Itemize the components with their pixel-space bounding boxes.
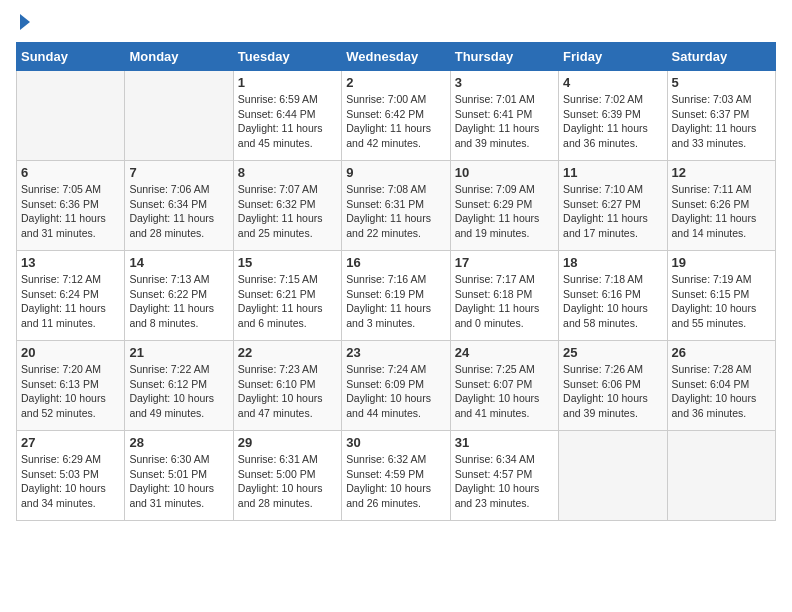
calendar-week-row: 20Sunrise: 7:20 AM Sunset: 6:13 PM Dayli…: [17, 341, 776, 431]
calendar-cell: 2Sunrise: 7:00 AM Sunset: 6:42 PM Daylig…: [342, 71, 450, 161]
cell-info: Sunrise: 7:16 AM Sunset: 6:19 PM Dayligh…: [346, 272, 445, 331]
calendar-cell: 16Sunrise: 7:16 AM Sunset: 6:19 PM Dayli…: [342, 251, 450, 341]
cell-info: Sunrise: 7:10 AM Sunset: 6:27 PM Dayligh…: [563, 182, 662, 241]
calendar-cell: 5Sunrise: 7:03 AM Sunset: 6:37 PM Daylig…: [667, 71, 775, 161]
calendar-cell: 10Sunrise: 7:09 AM Sunset: 6:29 PM Dayli…: [450, 161, 558, 251]
calendar-cell: 12Sunrise: 7:11 AM Sunset: 6:26 PM Dayli…: [667, 161, 775, 251]
day-number: 17: [455, 255, 554, 270]
cell-info: Sunrise: 7:17 AM Sunset: 6:18 PM Dayligh…: [455, 272, 554, 331]
cell-info: Sunrise: 7:08 AM Sunset: 6:31 PM Dayligh…: [346, 182, 445, 241]
cell-info: Sunrise: 6:34 AM Sunset: 4:57 PM Dayligh…: [455, 452, 554, 511]
cell-info: Sunrise: 7:13 AM Sunset: 6:22 PM Dayligh…: [129, 272, 228, 331]
cell-info: Sunrise: 7:11 AM Sunset: 6:26 PM Dayligh…: [672, 182, 771, 241]
day-number: 29: [238, 435, 337, 450]
cell-info: Sunrise: 7:19 AM Sunset: 6:15 PM Dayligh…: [672, 272, 771, 331]
day-number: 2: [346, 75, 445, 90]
calendar-cell: [17, 71, 125, 161]
day-number: 4: [563, 75, 662, 90]
day-number: 3: [455, 75, 554, 90]
cell-info: Sunrise: 7:20 AM Sunset: 6:13 PM Dayligh…: [21, 362, 120, 421]
calendar-cell: 24Sunrise: 7:25 AM Sunset: 6:07 PM Dayli…: [450, 341, 558, 431]
weekday-header-cell: Tuesday: [233, 43, 341, 71]
cell-info: Sunrise: 6:32 AM Sunset: 4:59 PM Dayligh…: [346, 452, 445, 511]
cell-info: Sunrise: 7:03 AM Sunset: 6:37 PM Dayligh…: [672, 92, 771, 151]
cell-info: Sunrise: 7:22 AM Sunset: 6:12 PM Dayligh…: [129, 362, 228, 421]
calendar-cell: 22Sunrise: 7:23 AM Sunset: 6:10 PM Dayli…: [233, 341, 341, 431]
calendar-cell: [667, 431, 775, 521]
day-number: 6: [21, 165, 120, 180]
calendar-cell: 26Sunrise: 7:28 AM Sunset: 6:04 PM Dayli…: [667, 341, 775, 431]
cell-info: Sunrise: 6:31 AM Sunset: 5:00 PM Dayligh…: [238, 452, 337, 511]
calendar-cell: 6Sunrise: 7:05 AM Sunset: 6:36 PM Daylig…: [17, 161, 125, 251]
day-number: 10: [455, 165, 554, 180]
calendar-table: SundayMondayTuesdayWednesdayThursdayFrid…: [16, 42, 776, 521]
cell-info: Sunrise: 7:26 AM Sunset: 6:06 PM Dayligh…: [563, 362, 662, 421]
weekday-header-cell: Monday: [125, 43, 233, 71]
cell-info: Sunrise: 7:05 AM Sunset: 6:36 PM Dayligh…: [21, 182, 120, 241]
day-number: 1: [238, 75, 337, 90]
day-number: 7: [129, 165, 228, 180]
calendar-cell: 15Sunrise: 7:15 AM Sunset: 6:21 PM Dayli…: [233, 251, 341, 341]
calendar-cell: 8Sunrise: 7:07 AM Sunset: 6:32 PM Daylig…: [233, 161, 341, 251]
cell-info: Sunrise: 7:23 AM Sunset: 6:10 PM Dayligh…: [238, 362, 337, 421]
calendar-cell: 13Sunrise: 7:12 AM Sunset: 6:24 PM Dayli…: [17, 251, 125, 341]
calendar-body: 1Sunrise: 6:59 AM Sunset: 6:44 PM Daylig…: [17, 71, 776, 521]
calendar-cell: 23Sunrise: 7:24 AM Sunset: 6:09 PM Dayli…: [342, 341, 450, 431]
day-number: 20: [21, 345, 120, 360]
cell-info: Sunrise: 6:59 AM Sunset: 6:44 PM Dayligh…: [238, 92, 337, 151]
weekday-header-cell: Wednesday: [342, 43, 450, 71]
calendar-cell: 30Sunrise: 6:32 AM Sunset: 4:59 PM Dayli…: [342, 431, 450, 521]
cell-info: Sunrise: 6:30 AM Sunset: 5:01 PM Dayligh…: [129, 452, 228, 511]
calendar-week-row: 1Sunrise: 6:59 AM Sunset: 6:44 PM Daylig…: [17, 71, 776, 161]
cell-info: Sunrise: 7:25 AM Sunset: 6:07 PM Dayligh…: [455, 362, 554, 421]
day-number: 27: [21, 435, 120, 450]
cell-info: Sunrise: 7:28 AM Sunset: 6:04 PM Dayligh…: [672, 362, 771, 421]
day-number: 22: [238, 345, 337, 360]
calendar-cell: 21Sunrise: 7:22 AM Sunset: 6:12 PM Dayli…: [125, 341, 233, 431]
day-number: 21: [129, 345, 228, 360]
weekday-header-cell: Saturday: [667, 43, 775, 71]
weekday-header-cell: Sunday: [17, 43, 125, 71]
day-number: 28: [129, 435, 228, 450]
calendar-cell: 7Sunrise: 7:06 AM Sunset: 6:34 PM Daylig…: [125, 161, 233, 251]
cell-info: Sunrise: 7:02 AM Sunset: 6:39 PM Dayligh…: [563, 92, 662, 151]
calendar-cell: 20Sunrise: 7:20 AM Sunset: 6:13 PM Dayli…: [17, 341, 125, 431]
day-number: 18: [563, 255, 662, 270]
calendar-cell: 17Sunrise: 7:17 AM Sunset: 6:18 PM Dayli…: [450, 251, 558, 341]
weekday-header-cell: Friday: [559, 43, 667, 71]
cell-info: Sunrise: 6:29 AM Sunset: 5:03 PM Dayligh…: [21, 452, 120, 511]
day-number: 30: [346, 435, 445, 450]
calendar-cell: 28Sunrise: 6:30 AM Sunset: 5:01 PM Dayli…: [125, 431, 233, 521]
day-number: 11: [563, 165, 662, 180]
cell-info: Sunrise: 7:12 AM Sunset: 6:24 PM Dayligh…: [21, 272, 120, 331]
calendar-cell: 31Sunrise: 6:34 AM Sunset: 4:57 PM Dayli…: [450, 431, 558, 521]
calendar-cell: 14Sunrise: 7:13 AM Sunset: 6:22 PM Dayli…: [125, 251, 233, 341]
day-number: 19: [672, 255, 771, 270]
day-number: 9: [346, 165, 445, 180]
cell-info: Sunrise: 7:01 AM Sunset: 6:41 PM Dayligh…: [455, 92, 554, 151]
calendar-week-row: 27Sunrise: 6:29 AM Sunset: 5:03 PM Dayli…: [17, 431, 776, 521]
calendar-cell: 9Sunrise: 7:08 AM Sunset: 6:31 PM Daylig…: [342, 161, 450, 251]
logo: [16, 16, 30, 30]
cell-info: Sunrise: 7:24 AM Sunset: 6:09 PM Dayligh…: [346, 362, 445, 421]
cell-info: Sunrise: 7:00 AM Sunset: 6:42 PM Dayligh…: [346, 92, 445, 151]
day-number: 8: [238, 165, 337, 180]
day-number: 23: [346, 345, 445, 360]
calendar-cell: 29Sunrise: 6:31 AM Sunset: 5:00 PM Dayli…: [233, 431, 341, 521]
cell-info: Sunrise: 7:06 AM Sunset: 6:34 PM Dayligh…: [129, 182, 228, 241]
day-number: 12: [672, 165, 771, 180]
calendar-cell: [125, 71, 233, 161]
calendar-week-row: 6Sunrise: 7:05 AM Sunset: 6:36 PM Daylig…: [17, 161, 776, 251]
cell-info: Sunrise: 7:09 AM Sunset: 6:29 PM Dayligh…: [455, 182, 554, 241]
day-number: 15: [238, 255, 337, 270]
calendar-cell: 1Sunrise: 6:59 AM Sunset: 6:44 PM Daylig…: [233, 71, 341, 161]
day-number: 31: [455, 435, 554, 450]
day-number: 16: [346, 255, 445, 270]
calendar-cell: 27Sunrise: 6:29 AM Sunset: 5:03 PM Dayli…: [17, 431, 125, 521]
calendar-cell: 11Sunrise: 7:10 AM Sunset: 6:27 PM Dayli…: [559, 161, 667, 251]
calendar-week-row: 13Sunrise: 7:12 AM Sunset: 6:24 PM Dayli…: [17, 251, 776, 341]
weekday-header-cell: Thursday: [450, 43, 558, 71]
day-number: 26: [672, 345, 771, 360]
calendar-cell: 3Sunrise: 7:01 AM Sunset: 6:41 PM Daylig…: [450, 71, 558, 161]
cell-info: Sunrise: 7:07 AM Sunset: 6:32 PM Dayligh…: [238, 182, 337, 241]
